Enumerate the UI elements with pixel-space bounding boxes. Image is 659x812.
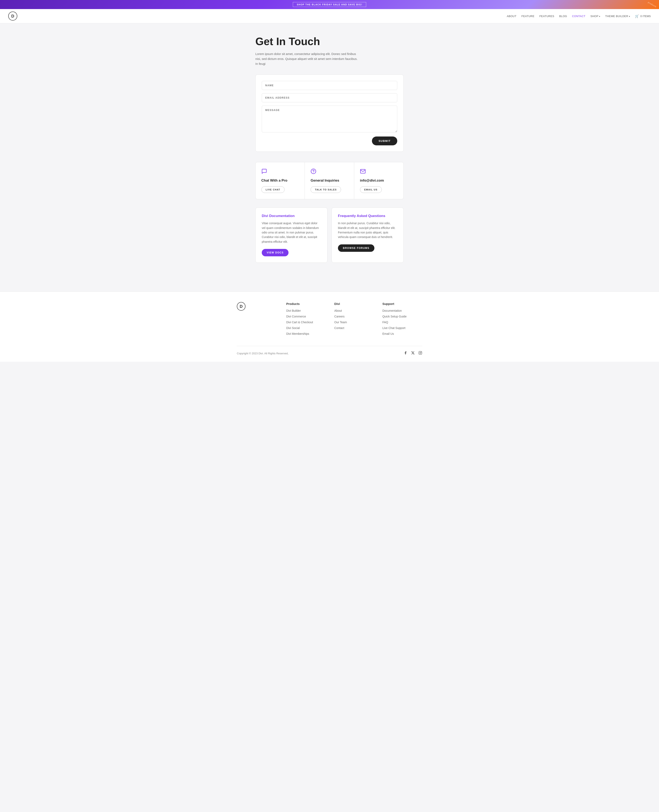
footer-col-divi: Divi About Careers Our Team Contact (334, 302, 374, 338)
docs-title: Divi Documentation (262, 214, 321, 218)
chat-card-title: Chat With a Pro (261, 178, 299, 183)
cart-button[interactable]: 🛒 0 ITEMS (635, 14, 651, 18)
footer-products-title: Products (286, 302, 326, 305)
facebook-icon[interactable] (404, 351, 407, 356)
message-field-wrapper (262, 105, 397, 133)
cart-icon: 🛒 (635, 14, 639, 18)
footer-divi-title: Divi (334, 302, 374, 305)
live-chat-button[interactable]: LIVE CHAT (261, 186, 285, 193)
footer-support-links: Documentation Quick Setup Guide FAQ Live… (382, 309, 422, 335)
footer-link-about[interactable]: About (334, 309, 342, 312)
inquiries-card-title: General Inquiries (311, 178, 348, 183)
footer-link-careers[interactable]: Careers (334, 315, 345, 318)
footer-bottom: Copyright © 2023 Divi. All Rights Reserv… (237, 346, 422, 356)
footer-link-email-us[interactable]: Email Us (382, 332, 394, 335)
site-logo[interactable]: D (8, 11, 17, 20)
chat-icon (261, 168, 299, 176)
contact-cards: Chat With a Pro LIVE CHAT General Inquir… (255, 162, 404, 199)
footer-link-quick-setup[interactable]: Quick Setup Guide (382, 315, 407, 318)
submit-button[interactable]: SUBMIT (372, 137, 397, 145)
email-input[interactable] (262, 93, 397, 102)
info-box-faq: Frequently Asked Questions In non pulvin… (331, 208, 404, 263)
footer-support-title: Support (382, 302, 422, 305)
name-field-wrapper (262, 81, 397, 90)
footer: D Products Divi Builder Divi Commerce Di… (0, 291, 659, 362)
view-docs-button[interactable]: VIEW DOCS (262, 249, 289, 257)
nav-shop[interactable]: SHOP (590, 15, 600, 18)
footer-link-faq[interactable]: FAQ (382, 321, 388, 324)
question-icon (311, 168, 348, 176)
contact-card-inquiries: General Inquiries TALK TO SALES (305, 162, 354, 199)
footer-divi-links: About Careers Our Team Contact (334, 309, 374, 330)
instagram-icon[interactable] (418, 351, 422, 356)
info-boxes: Divi Documentation Vitae consequat augue… (255, 208, 404, 263)
email-card-title: info@divi.com (360, 178, 398, 183)
main-content: Get In Touch Lorem ipsum dolor sit amet,… (251, 23, 408, 291)
name-input[interactable] (262, 81, 397, 90)
footer-link-contact[interactable]: Contact (334, 326, 344, 330)
footer-link-divi-memberships[interactable]: Divi Memberships (286, 332, 309, 335)
submit-row: SUBMIT (262, 137, 397, 145)
footer-link-divi-builder[interactable]: Divi Builder (286, 309, 301, 312)
cart-items-label: 0 ITEMS (640, 15, 651, 18)
email-us-button[interactable]: EMAIL US (360, 186, 382, 193)
footer-link-divi-social[interactable]: Divi Social (286, 326, 300, 330)
top-banner: SHOP THE BLACK FRIDAY SALE AND SAVE BIG!… (0, 0, 659, 9)
footer-logo[interactable]: D (237, 302, 246, 311)
docs-text: Vitae consequat augue. Vivamus eget dolo… (262, 221, 321, 244)
footer-link-our-team[interactable]: Our Team (334, 321, 347, 324)
message-input[interactable] (262, 105, 397, 132)
email-icon (360, 168, 398, 176)
nav-theme-builder[interactable]: THEME BUILDER (605, 15, 630, 18)
contact-card-chat: Chat With a Pro LIVE CHAT (255, 162, 305, 199)
nav-features[interactable]: FEATURES (539, 15, 554, 18)
page-subtitle: Lorem ipsum dolor sit amet, consectetur … (255, 52, 358, 66)
footer-col-products: Products Divi Builder Divi Commerce Divi… (286, 302, 326, 338)
x-twitter-icon[interactable] (411, 351, 415, 356)
contact-form-box: SUBMIT (255, 74, 404, 152)
nav-about[interactable]: ABOUT (507, 15, 517, 18)
nav-feature[interactable]: FEATURE (522, 15, 534, 18)
navbar: D ABOUT FEATURE FEATURES BLOG CONTACT SH… (0, 9, 659, 23)
footer-logo-col: D (237, 302, 278, 338)
footer-link-live-chat-support[interactable]: Live Chat Support (382, 326, 405, 330)
svg-point-3 (420, 352, 421, 354)
copyright-text: Copyright © 2023 Divi. All Rights Reserv… (237, 352, 289, 355)
talk-to-sales-button[interactable]: TALK TO SALES (311, 186, 341, 193)
social-links (404, 351, 422, 356)
banner-cta[interactable]: SHOP THE BLACK FRIDAY SALE AND SAVE BIG! (293, 2, 366, 7)
footer-link-documentation[interactable]: Documentation (382, 309, 402, 312)
footer-col-support: Support Documentation Quick Setup Guide … (382, 302, 422, 338)
banner-products-label: products (648, 1, 657, 8)
contact-card-email: info@divi.com EMAIL US (354, 162, 404, 199)
nav-contact[interactable]: CONTACT (572, 15, 585, 18)
page-title: Get In Touch (255, 36, 404, 47)
faq-title: Frequently Asked Questions (338, 214, 397, 218)
faq-text: In non pulvinar purus. Curabitur nisi od… (338, 221, 397, 239)
footer-top: D Products Divi Builder Divi Commerce Di… (237, 302, 422, 338)
svg-rect-2 (419, 351, 422, 354)
footer-link-divi-cart[interactable]: Divi Cart & Checkout (286, 321, 313, 324)
footer-link-divi-commerce[interactable]: Divi Commerce (286, 315, 306, 318)
footer-products-links: Divi Builder Divi Commerce Divi Cart & C… (286, 309, 326, 335)
email-field-wrapper (262, 93, 397, 102)
info-box-docs: Divi Documentation Vitae consequat augue… (255, 208, 328, 263)
nav-blog[interactable]: BLOG (559, 15, 567, 18)
browse-forums-button[interactable]: BROWSE FORUMS (338, 244, 374, 252)
nav-links: ABOUT FEATURE FEATURES BLOG CONTACT SHOP… (507, 14, 651, 18)
